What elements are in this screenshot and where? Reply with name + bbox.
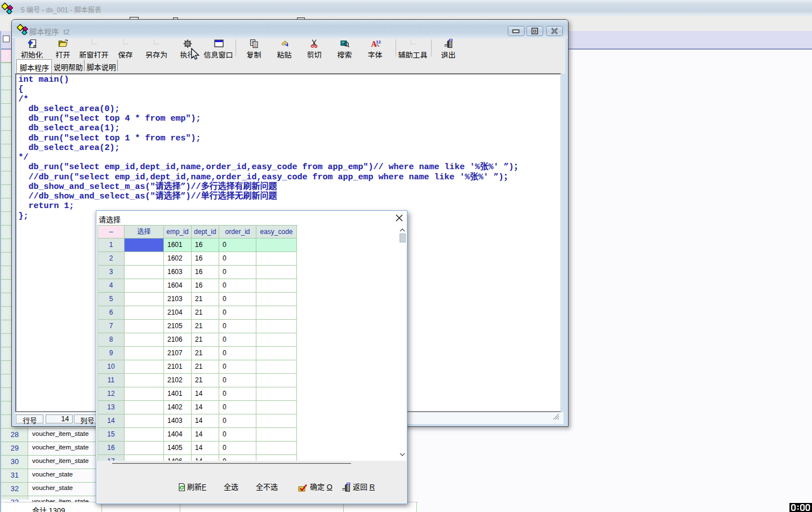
svg-text:13: 13	[376, 39, 381, 45]
